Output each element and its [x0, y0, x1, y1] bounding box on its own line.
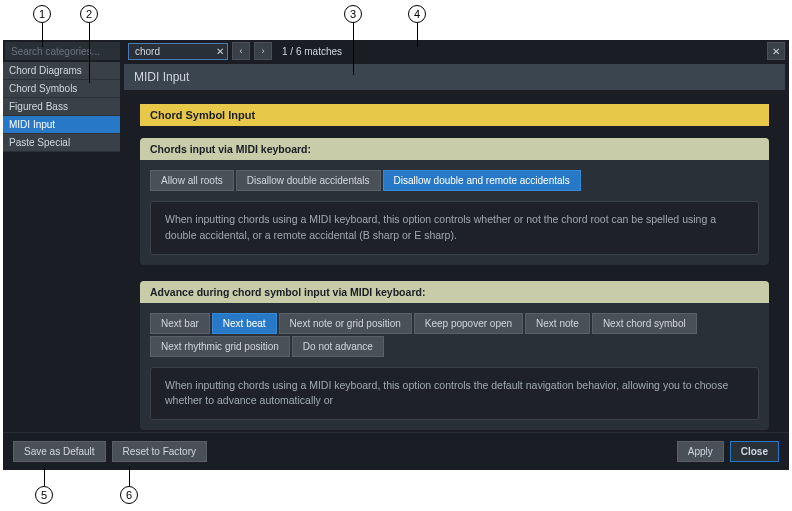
callout-4: 4: [408, 5, 426, 23]
category-list: Chord Diagrams Chord Symbols Figured Bas…: [3, 62, 120, 432]
callout-2: 2: [80, 5, 98, 23]
search-options-input[interactable]: [128, 43, 228, 60]
close-button[interactable]: Close: [730, 441, 779, 462]
top-bar: ✕ ‹ › 1 / 6 matches ✕: [3, 40, 789, 62]
prev-match-button[interactable]: ‹: [232, 42, 250, 60]
option-next-note[interactable]: Next note: [525, 313, 590, 334]
sidebar-item-chord-diagrams[interactable]: Chord Diagrams: [3, 62, 120, 80]
dialog-window: ✕ ‹ › 1 / 6 matches ✕ Chord Diagrams Cho…: [3, 40, 789, 470]
page-title: MIDI Input: [124, 64, 785, 90]
option-next-beat[interactable]: Next beat: [212, 313, 277, 334]
callout-3: 3: [344, 5, 362, 23]
option-disallow-double[interactable]: Disallow double accidentals: [236, 170, 381, 191]
dialog-footer: Save as Default Reset to Factory Apply C…: [3, 432, 789, 470]
option-next-chord-symbol[interactable]: Next chord symbol: [592, 313, 697, 334]
apply-button[interactable]: Apply: [677, 441, 724, 462]
option-description: When inputting chords using a MIDI keybo…: [150, 201, 759, 255]
sidebar-item-figured-bass[interactable]: Figured Bass: [3, 98, 120, 116]
callout-6: 6: [120, 486, 138, 504]
sidebar-item-midi-input[interactable]: MIDI Input: [3, 116, 120, 134]
section-title: Chord Symbol Input: [140, 104, 769, 126]
option-next-note-grid[interactable]: Next note or grid position: [279, 313, 412, 334]
sidebar-item-chord-symbols[interactable]: Chord Symbols: [3, 80, 120, 98]
option-group-chords-input: Chords input via MIDI keyboard: Allow al…: [140, 138, 769, 265]
page-body[interactable]: Chord Symbol Input Chords input via MIDI…: [120, 90, 789, 432]
close-search-button[interactable]: ✕: [767, 42, 785, 60]
match-count-text: 1 / 6 matches: [282, 46, 342, 57]
search-categories-input[interactable]: [5, 42, 120, 60]
clear-search-icon[interactable]: ✕: [216, 46, 224, 57]
callout-5: 5: [35, 486, 53, 504]
option-keep-popover[interactable]: Keep popover open: [414, 313, 523, 334]
option-next-rhythmic-grid[interactable]: Next rhythmic grid position: [150, 336, 290, 357]
sidebar-item-paste-special[interactable]: Paste Special: [3, 134, 120, 152]
option-allow-all-roots[interactable]: Allow all roots: [150, 170, 234, 191]
option-next-bar[interactable]: Next bar: [150, 313, 210, 334]
save-default-button[interactable]: Save as Default: [13, 441, 106, 462]
option-label: Chords input via MIDI keyboard:: [140, 138, 769, 160]
option-description: When inputting chords using a MIDI keybo…: [150, 367, 759, 421]
option-group-advance: Advance during chord symbol input via MI…: [140, 281, 769, 431]
option-do-not-advance[interactable]: Do not advance: [292, 336, 384, 357]
option-label: Advance during chord symbol input via MI…: [140, 281, 769, 303]
callout-1: 1: [33, 5, 51, 23]
option-disallow-double-remote[interactable]: Disallow double and remote accidentals: [383, 170, 581, 191]
reset-factory-button[interactable]: Reset to Factory: [112, 441, 207, 462]
next-match-button[interactable]: ›: [254, 42, 272, 60]
